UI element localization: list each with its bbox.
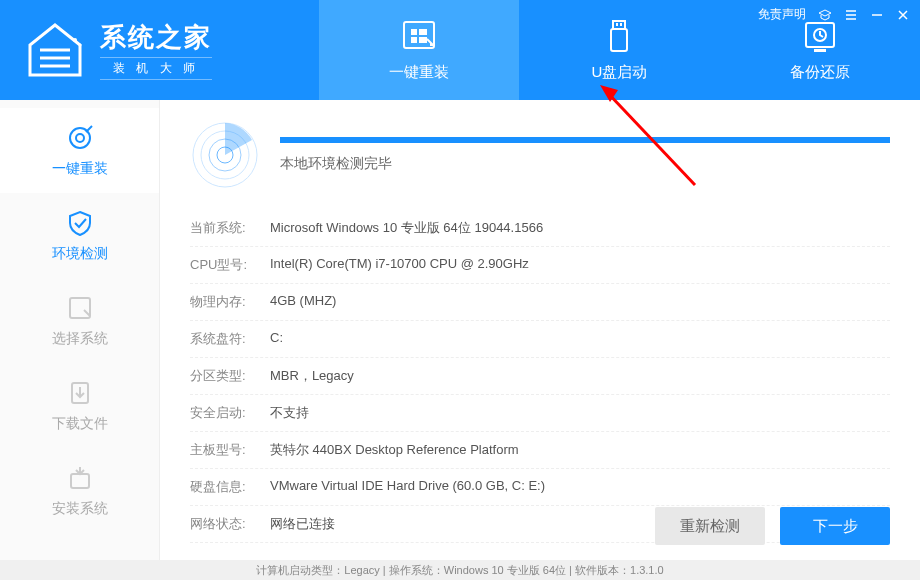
recheck-button[interactable]: 重新检测 xyxy=(655,507,765,545)
header: 系统之家 装 机 大 师 一键重装 U盘启动 备份还原 免责声明 xyxy=(0,0,920,100)
info-row: 物理内存:4GB (MHZ) xyxy=(190,284,890,321)
info-list: 当前系统:Microsoft Windows 10 专业版 64位 19044.… xyxy=(190,210,890,543)
main-content: 本地环境检测完毕 当前系统:Microsoft Windows 10 专业版 6… xyxy=(160,100,920,560)
info-row: 系统盘符:C: xyxy=(190,321,890,358)
tab-usb-boot[interactable]: U盘启动 xyxy=(519,0,719,100)
target-icon xyxy=(66,124,94,152)
logo-house-icon xyxy=(20,20,90,80)
svg-rect-5 xyxy=(616,23,618,26)
progress-text: 本地环境检测完毕 xyxy=(280,155,890,173)
install-icon xyxy=(66,464,94,492)
svg-rect-12 xyxy=(70,298,90,318)
svg-point-1 xyxy=(79,44,82,47)
sidebar-item-download[interactable]: 下载文件 xyxy=(0,363,159,448)
windows-icon xyxy=(399,19,439,55)
svg-rect-6 xyxy=(620,23,622,26)
logo-title: 系统之家 xyxy=(100,20,212,55)
sidebar-label: 一键重装 xyxy=(52,160,108,178)
shield-icon xyxy=(66,209,94,237)
logo-area: 系统之家 装 机 大 师 xyxy=(0,0,319,100)
graduate-icon[interactable] xyxy=(818,8,832,22)
tab-label: 备份还原 xyxy=(790,63,850,82)
sidebar: 一键重装 环境检测 选择系统 下载文件 安装系统 xyxy=(0,100,160,560)
sidebar-item-env-check[interactable]: 环境检测 xyxy=(0,193,159,278)
svg-point-11 xyxy=(76,134,84,142)
sidebar-label: 选择系统 xyxy=(52,330,108,348)
info-row: 当前系统:Microsoft Windows 10 专业版 64位 19044.… xyxy=(190,210,890,247)
backup-icon xyxy=(800,19,840,55)
tab-reinstall[interactable]: 一键重装 xyxy=(319,0,519,100)
menu-icon[interactable] xyxy=(844,8,858,22)
svg-point-0 xyxy=(73,38,77,42)
svg-rect-3 xyxy=(613,21,625,29)
titlebar: 免责声明 xyxy=(758,6,910,23)
sidebar-item-reinstall[interactable]: 一键重装 xyxy=(0,108,159,193)
svg-rect-9 xyxy=(814,49,826,52)
sidebar-label: 环境检测 xyxy=(52,245,108,263)
logo-subtitle: 装 机 大 师 xyxy=(100,57,212,80)
sidebar-item-install[interactable]: 安装系统 xyxy=(0,448,159,533)
sidebar-item-select-system[interactable]: 选择系统 xyxy=(0,278,159,363)
close-icon[interactable] xyxy=(896,8,910,22)
progress-bar xyxy=(280,137,890,143)
sidebar-label: 下载文件 xyxy=(52,415,108,433)
svg-rect-4 xyxy=(611,29,627,51)
info-row: CPU型号:Intel(R) Core(TM) i7-10700 CPU @ 2… xyxy=(190,247,890,284)
minimize-icon[interactable] xyxy=(870,8,884,22)
tab-label: U盘启动 xyxy=(592,63,648,82)
usb-icon xyxy=(599,19,639,55)
info-row: 主板型号:英特尔 440BX Desktop Reference Platfor… xyxy=(190,432,890,469)
next-button[interactable]: 下一步 xyxy=(780,507,890,545)
info-row: 硬盘信息:VMware Virtual IDE Hard Drive (60.0… xyxy=(190,469,890,506)
select-icon xyxy=(66,294,94,322)
radar-icon xyxy=(190,120,260,190)
disclaimer-link[interactable]: 免责声明 xyxy=(758,6,806,23)
svg-rect-14 xyxy=(71,474,89,488)
footer-status: 计算机启动类型：Legacy | 操作系统：Windows 10 专业版 64位… xyxy=(0,560,920,580)
tab-label: 一键重装 xyxy=(389,63,449,82)
info-row: 安全启动:不支持 xyxy=(190,395,890,432)
download-icon xyxy=(66,379,94,407)
sidebar-label: 安装系统 xyxy=(52,500,108,518)
info-row: 分区类型:MBR，Legacy xyxy=(190,358,890,395)
